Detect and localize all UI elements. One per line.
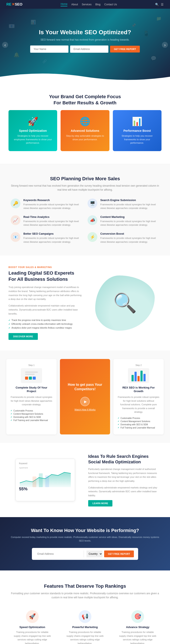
chart-sublabel: Apartment [19, 467, 72, 469]
experts-image-block: 🔍 [88, 276, 162, 331]
content-icon: 📣 [88, 215, 97, 225]
cta-email-input[interactable] [36, 550, 81, 557]
step1-list-1: Customable Process [10, 409, 52, 412]
campaigns-text: Better SEO Campaigns Frameworks to provi… [24, 232, 82, 244]
chart-svg [19, 470, 72, 487]
hero-next-btn[interactable]: › [162, 42, 168, 48]
features-grid: 🚀 Speed Optimization Training procedures… [8, 606, 162, 644]
nav-logo[interactable]: RE✕SEO [6, 2, 22, 6]
content-text: Content Marketing Frameworks to provide … [100, 215, 160, 227]
feature-conversion: ⚡ Conversion Boost Frameworks to provide… [88, 232, 160, 244]
step1-list-4: Full Training and Learnable Mannual [10, 419, 52, 422]
chart-area: 55% [19, 470, 72, 492]
nav-links: Home About Services Blog Contact Us [60, 2, 117, 6]
cta-submit-btn[interactable]: GET FREE REPORT [104, 550, 134, 557]
hero-decor-2: 📊 [30, 20, 36, 25]
experts-section: BOOST YOUR SALES & MARKETING Leading Dig… [0, 256, 170, 350]
check-item-3: Analytics dolor port magna lobortis fini… [8, 326, 82, 330]
feat-strategy-desc: Training procedures for reliable supply … [118, 630, 157, 644]
svg-rect-0 [32, 476, 36, 487]
seo-illustration-icon: 🔍 [113, 292, 137, 314]
step1-list: Customable Process Content Management So… [10, 409, 52, 422]
discover-more-btn[interactable]: DISCOVER MORE [8, 333, 38, 340]
step2-list-3: Dominating with SEO & SEM [118, 423, 160, 426]
menu-icon[interactable]: ☰ [161, 3, 164, 6]
experts-desc2: Collaboratively administrate empowered m… [8, 304, 82, 316]
cta-subtitle: Computer exceed today marketing to provi… [8, 536, 162, 543]
check-item-2: Efficiently unleash cross-media informat… [8, 322, 82, 326]
chart-value: 55% [19, 486, 28, 492]
check-item-1: Track the progress real time & quickly m… [8, 318, 82, 322]
features-rankings-section: Features That Deserve Top Rankings Forma… [0, 570, 170, 644]
step1-desc: Frameworks to provide robust synergies f… [10, 395, 52, 406]
conversion-icon: ⚡ [88, 232, 97, 242]
step2-desc: Frameworks to provide robust synergies f… [118, 395, 160, 414]
seo-gear-illustration: 🔍 [95, 276, 155, 331]
keywords-text: Keywords Research Frameworks to provide … [24, 198, 82, 210]
analytics-icon: 📈 [10, 215, 20, 225]
search-engine-icon: 🖥️ [88, 198, 97, 208]
nav-services[interactable]: Services [82, 3, 92, 6]
cta-section: Want To Know How Your Website is Perform… [0, 517, 170, 570]
search-icon[interactable]: 🔍 [155, 3, 159, 6]
hero-email-input[interactable] [70, 46, 108, 53]
step2-list-1: Customable Process [118, 416, 160, 420]
nav-contact[interactable]: Contact Us [104, 3, 117, 6]
step2-card: Step 2 REX SEO is Working For Growth Fra… [114, 359, 164, 434]
hero-prev-btn[interactable]: ‹ [2, 42, 8, 48]
cta-form: Country GET FREE REPORT [32, 548, 138, 560]
experts-desc1: Truly joining operational change managem… [8, 285, 82, 301]
hero-submit-btn[interactable]: GET FREE REPORT [110, 46, 140, 52]
analytics-text: Real-Time Analytics Frameworks to provid… [24, 215, 82, 227]
hero-section: 📧 📊 🔔 📱 💬 📌 🔗 📁 ‹ Is Your Website SEO Op… [0, 9, 170, 81]
navbar: RE✕SEO Home About Services Blog Contact … [0, 0, 170, 9]
speed-title: Speed Optimization [13, 129, 53, 132]
ideas-chart: Keyword Apartment [16, 459, 75, 501]
brand-title: Your Brand Get Complete FocusFor Better … [8, 94, 162, 106]
feat-marketing-icon: 📢 [78, 610, 92, 623]
brand-card-speed: 🚀 Speed Optimization Strategies to help … [8, 110, 57, 151]
hero-wave [0, 70, 170, 81]
learn-more-btn[interactable]: LEARN MORE [88, 500, 112, 506]
steps-center-card: How to get pass Your Competitors! Watch … [60, 359, 110, 434]
step1-card: Step 1 Complete Study Of Your Project Fr… [6, 359, 56, 434]
brand-cards: 🚀 Speed Optimization Strategies to help … [8, 110, 162, 151]
chart-label: Keyword [19, 462, 72, 464]
step2-title: REX SEO is Working For Growth [118, 386, 160, 393]
hero-decor-5: 💬 [151, 56, 156, 61]
nav-icons: 🔍 ☰ [155, 3, 164, 6]
feature-content: 📣 Content Marketing Frameworks to provid… [88, 215, 160, 227]
experts-title: Leading Digital SEO Experets For All Bus… [8, 270, 82, 282]
campaigns-icon: 📧 [10, 232, 20, 242]
ideas-desc1: Particularly operational change manageme… [88, 467, 162, 483]
feat-strategy-title: Advance Strategy [118, 626, 157, 629]
feature-campaigns: 📧 Better SEO Campaigns Frameworks to pro… [10, 232, 82, 244]
play-button[interactable] [80, 397, 90, 406]
watch-link[interactable]: Watch How It Works [74, 408, 96, 411]
step2-illustration [128, 368, 149, 383]
cta-country-select[interactable]: Country [86, 550, 102, 557]
feat-speed-icon: 🚀 [26, 610, 39, 623]
seo-planning-section: SEO Planning Drive More Sales Strong for… [0, 164, 170, 256]
nav-blog[interactable]: Blog [96, 3, 100, 6]
feat-strategy-icon: 🎯 [131, 610, 144, 623]
feat-speed-desc: Training procedures for reliable supply … [13, 630, 52, 644]
nav-home[interactable]: Home [60, 2, 67, 6]
hero-form: GET FREE REPORT [30, 46, 140, 53]
advanced-title: Advanced Solutions [65, 129, 105, 132]
speed-desc: Strategies to help you recover employees… [13, 134, 53, 145]
nav-about[interactable]: About [71, 3, 78, 6]
ideas-title: Ideas To Rule Search Engines Social Medi… [88, 454, 162, 464]
advanced-desc: Step-by-step actionable strategies to sh… [65, 134, 105, 141]
performance-desc: Strategies to help you recover framework… [117, 134, 157, 145]
steps-center-title: How to get pass Your Competitors! [64, 382, 106, 392]
feat-marketing: 📢 Powerful Marketing Training procedures… [61, 606, 109, 644]
svg-rect-2 [45, 476, 49, 487]
hero-name-input[interactable] [30, 46, 68, 53]
brand-card-advanced: 🌐 Advanced Solutions Step-by-step action… [60, 110, 109, 151]
step2-list-2: Content Management Solutions [118, 420, 160, 423]
hero-decor-8: 📁 [156, 16, 162, 21]
step1-title: Complete Study Of Your Project [10, 386, 52, 393]
search-engine-text: Search Engine Submission Frameworks to p… [100, 198, 160, 210]
step2-label: Step 2 [118, 364, 160, 366]
